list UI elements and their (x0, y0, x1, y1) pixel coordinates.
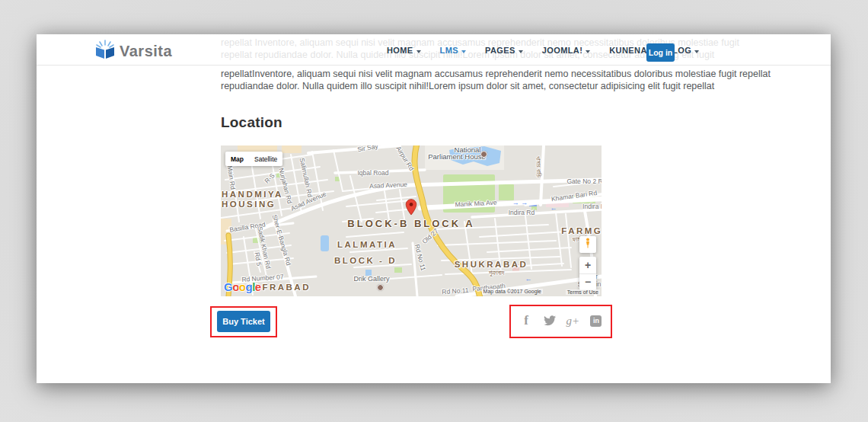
logo-wordmark: Varsita (120, 43, 172, 60)
map-label: Iqbal Road (357, 169, 388, 177)
google-logo[interactable]: Google (224, 280, 261, 293)
logo-book-icon (94, 40, 116, 62)
map-marker-pin[interactable] (405, 199, 417, 216)
google-plus-icon[interactable]: g+ (565, 313, 580, 328)
map-label: Drik Gallery (353, 275, 389, 283)
linkedin-icon[interactable]: in (589, 313, 604, 328)
chevron-down-icon (519, 50, 523, 53)
zoom-out-button[interactable]: − (579, 274, 596, 291)
drik-gallery-poi-icon[interactable] (377, 284, 384, 291)
map-data-attribution: Map data ©2017 Google (482, 289, 543, 294)
parliament-poi-icon[interactable] (480, 151, 487, 158)
buy-ticket-button[interactable]: Buy Ticket (217, 311, 270, 332)
map-label: ← (525, 275, 532, 283)
nav-item-joomla[interactable]: JOOMLA! (542, 46, 591, 55)
map-label: SHUKRABAD (455, 260, 528, 269)
map-label: FARMGAT (561, 226, 602, 235)
pegman-icon (583, 238, 592, 251)
map-label: Indira R (582, 203, 602, 210)
map-label: Parliament House (428, 152, 486, 161)
zoom-in-button[interactable]: + (579, 257, 596, 274)
site-logo[interactable]: Varsita (94, 40, 172, 62)
map-label: HOUSING (222, 200, 276, 209)
map-view-button[interactable]: Map (225, 155, 249, 163)
chevron-down-icon (416, 50, 421, 53)
nav-item-pages[interactable]: PAGES (485, 46, 523, 55)
chevron-down-icon (461, 50, 466, 53)
map-label: BLOCK - D (334, 256, 397, 265)
map-label: শুক্রাবাদ (489, 269, 504, 277)
twitter-icon[interactable] (542, 313, 557, 328)
google-map[interactable]: Sir SayAirpur RdNationalParliament House… (221, 145, 602, 296)
map-label: Indira Rd (509, 209, 535, 216)
map-label: LALMATIA (337, 240, 397, 249)
map-label: Gate No 2 R (566, 177, 602, 185)
intro-paragraph: repellatInventore, aliquam sequi nisi ve… (221, 68, 807, 92)
page-card: repellat Inventore, aliquam sequi nisi v… (37, 34, 831, 383)
map-label: BLOCK-B BLOCK A (347, 218, 474, 229)
terms-of-use-link[interactable]: Terms of Use (566, 289, 600, 295)
map-label: → → (512, 199, 528, 206)
location-heading: Location (221, 114, 282, 131)
facebook-icon[interactable]: f (519, 313, 534, 328)
map-label: ← (550, 204, 557, 212)
nav-item-home[interactable]: HOME (387, 46, 421, 55)
chevron-down-icon (586, 50, 590, 53)
map-zoom-control: + − (579, 257, 596, 290)
map-type-control: Map Satellite (225, 152, 282, 166)
login-button[interactable]: Log in (646, 43, 675, 62)
social-links: f g+ in (519, 309, 604, 333)
pegman-control[interactable] (579, 236, 596, 253)
nav-item-lms[interactable]: LMS (440, 46, 466, 55)
nav-item-kunena[interactable]: KUNENA (609, 46, 646, 55)
map-label: খামার বাড়ি (534, 156, 543, 177)
map-label: HANDMIYA (222, 190, 283, 199)
chevron-down-icon (694, 50, 699, 53)
satellite-view-button[interactable]: Satellite (249, 155, 282, 163)
